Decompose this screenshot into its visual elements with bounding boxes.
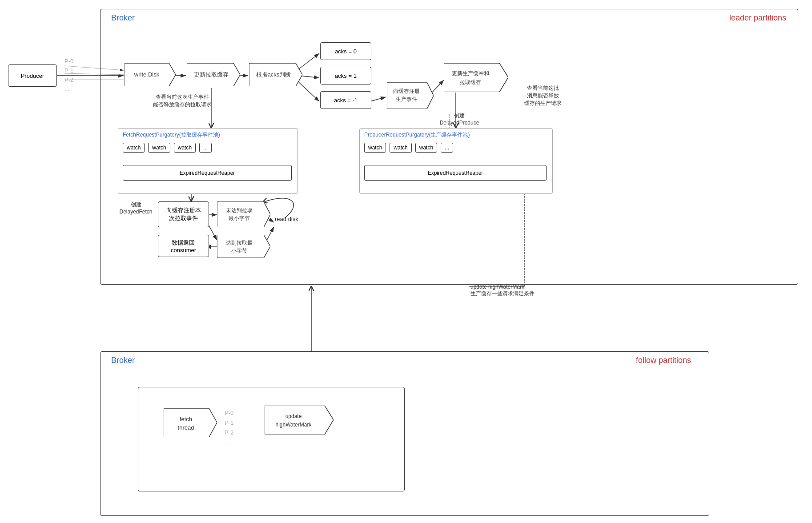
follow-partitions: P-0 P-1 P-2 ... xyxy=(225,408,233,447)
producer-watch-3: watch xyxy=(415,143,437,153)
acks-0-box: acks = 0 xyxy=(320,42,371,60)
acks-1-box: acks = 1 xyxy=(320,67,371,84)
svg-marker-31 xyxy=(387,82,434,109)
producer-watch-row: watch watch watch ... xyxy=(364,143,453,153)
svg-text:更新拉取缓存: 更新拉取缓存 xyxy=(194,71,229,78)
producer-box: Producer xyxy=(8,64,57,87)
not-reach-min-shape: 未达到拉取 最小字节 xyxy=(217,201,270,227)
svg-text:thread: thread xyxy=(178,424,194,431)
svg-marker-37 xyxy=(217,201,270,227)
register-event-shape: 向缓存注册 生产事件 xyxy=(387,82,434,109)
svg-text:fetch: fetch xyxy=(180,416,192,422)
broker-bottom-label: Broker xyxy=(111,356,135,365)
leader-partitions-label: leader partitions xyxy=(729,13,786,23)
producer-purgatory-box: ProducerRequestPurgatory(生产缓存事件池) watch … xyxy=(359,128,553,194)
update-prod-cache-shape: 更新生产缓冲和 拉取缓存 xyxy=(444,63,508,92)
follow-inner-box xyxy=(138,387,405,491)
svg-text:根据acks判断: 根据acks判断 xyxy=(256,71,291,78)
register-fetch-event-box: 向缓存注册本次拉取事件 xyxy=(158,201,209,227)
producer-watch-2: watch xyxy=(390,143,411,153)
update-hwm-shape: update highWaterMark xyxy=(265,406,334,434)
note-update-hwm: update highWaterMark生产缓存一些请求满足条件 xyxy=(470,284,586,298)
fetch-purgatory-box: FetchRequestPurgatory(拉取缓存事件池) watch wat… xyxy=(118,128,298,194)
fetch-watch-row: watch watch watch ... xyxy=(123,143,212,153)
svg-text:未达到拉取: 未达到拉取 xyxy=(226,208,253,213)
svg-text:更新生产缓冲和: 更新生产缓冲和 xyxy=(452,70,489,76)
broker-top-label: Broker xyxy=(111,13,135,23)
fetch-thread-shape: fetch thread xyxy=(164,408,217,437)
acks-neg1-box: acks = -1 xyxy=(320,91,371,109)
judge-acks-shape: 根据acks判断 xyxy=(249,63,302,86)
svg-text:write Disk: write Disk xyxy=(134,71,160,78)
producer-watch-1: watch xyxy=(364,143,386,153)
svg-marker-34 xyxy=(444,63,508,92)
fetch-purgatory-label: FetchRequestPurgatory(拉取缓存事件池) xyxy=(123,131,220,139)
note-query-prod: 查看当前这批消息能否释放缓存的生产请求 xyxy=(511,84,575,107)
svg-text:最小字节: 最小字节 xyxy=(229,215,250,221)
update-fetch-cache-shape: 更新拉取缓存 xyxy=(187,63,240,86)
write-disk-shape: write Disk xyxy=(125,63,176,86)
read-disk-label: read disk xyxy=(275,216,298,222)
svg-text:update: update xyxy=(285,413,302,419)
fetch-watch-dots: ... xyxy=(199,143,212,153)
return-consumer-box: 数据返回consumer xyxy=(158,235,209,257)
svg-text:达到拉取最: 达到拉取最 xyxy=(226,240,253,245)
fetch-watch-1: watch xyxy=(123,143,145,153)
note-create-delayed-produce: 创建DelayedProduce xyxy=(430,112,488,126)
fetch-watch-2: watch xyxy=(148,143,170,153)
note-query-fetch: 查看当前这次生产事件能否释放缓存的拉取请求 xyxy=(138,93,227,109)
producer-purgatory-label: ProducerRequestPurgatory(生产缓存事件池) xyxy=(364,131,470,139)
producer-partitions: P-0 P-1 P-2 ... xyxy=(64,57,73,94)
reach-min-shape: 达到拉取最 小字节 xyxy=(217,235,270,258)
fetch-expired-bar: ExpiredRequestReaper xyxy=(123,165,292,181)
svg-text:生产事件: 生产事件 xyxy=(396,96,417,102)
producer-watch-dots: ... xyxy=(441,143,453,153)
note-create-delayed-fetch: 创建DelayedFetch xyxy=(115,201,157,215)
svg-text:拉取缓存: 拉取缓存 xyxy=(460,79,481,85)
fetch-watch-3: watch xyxy=(174,143,196,153)
svg-text:小字节: 小字节 xyxy=(231,248,247,253)
svg-marker-40 xyxy=(217,235,270,258)
follow-partitions-label: follow partitions xyxy=(636,356,691,365)
svg-marker-46 xyxy=(265,406,334,434)
svg-marker-43 xyxy=(164,408,217,437)
producer-expired-bar: ExpiredRequestReaper xyxy=(364,165,547,181)
svg-text:向缓存注册: 向缓存注册 xyxy=(393,88,420,94)
diagram: Broker leader partitions Producer P-0 P-… xyxy=(0,0,812,523)
svg-text:highWaterMark: highWaterMark xyxy=(276,422,312,428)
